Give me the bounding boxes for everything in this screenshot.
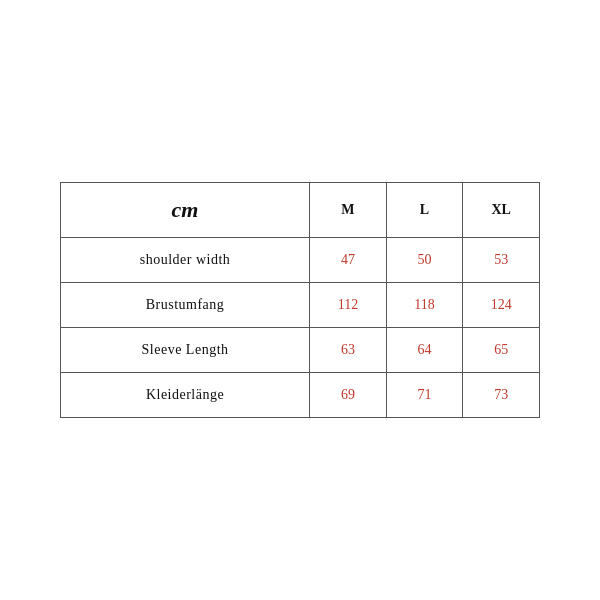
row-shoulder-xl: 53	[463, 238, 540, 283]
row-kleider-xl: 73	[463, 373, 540, 418]
row-label-shoulder: shoulder width	[61, 238, 310, 283]
row-label-sleeve: Sleeve Length	[61, 328, 310, 373]
table-header-row: cm M L XL	[61, 183, 540, 238]
row-label-kleider: Kleiderlänge	[61, 373, 310, 418]
row-shoulder-l: 50	[386, 238, 463, 283]
table-row: Kleiderlänge 69 71 73	[61, 373, 540, 418]
row-brustumfang-xl: 124	[463, 283, 540, 328]
table-row: Sleeve Length 63 64 65	[61, 328, 540, 373]
row-kleider-m: 69	[310, 373, 387, 418]
size-chart-container: cm M L XL shoulder width 47 50 53 Brustu…	[60, 182, 540, 418]
row-shoulder-m: 47	[310, 238, 387, 283]
row-kleider-l: 71	[386, 373, 463, 418]
header-size-xl: XL	[463, 183, 540, 238]
row-sleeve-l: 64	[386, 328, 463, 373]
row-brustumfang-m: 112	[310, 283, 387, 328]
header-unit-label: cm	[61, 183, 310, 238]
table-row: shoulder width 47 50 53	[61, 238, 540, 283]
row-label-brustumfang: Brustumfang	[61, 283, 310, 328]
header-size-m: M	[310, 183, 387, 238]
row-sleeve-m: 63	[310, 328, 387, 373]
header-size-l: L	[386, 183, 463, 238]
size-chart-table: cm M L XL shoulder width 47 50 53 Brustu…	[60, 182, 540, 418]
table-row: Brustumfang 112 118 124	[61, 283, 540, 328]
row-brustumfang-l: 118	[386, 283, 463, 328]
row-sleeve-xl: 65	[463, 328, 540, 373]
